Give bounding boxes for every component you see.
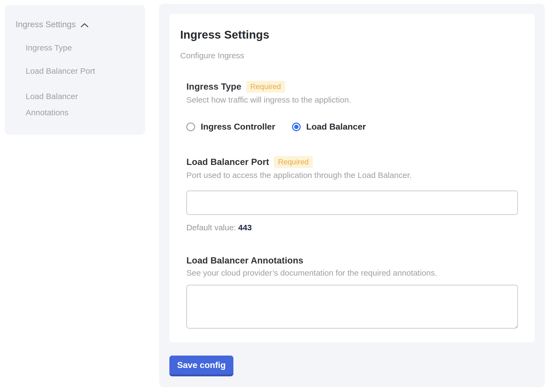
- default-value-label: Default value:: [186, 223, 236, 232]
- load-balancer-port-input[interactable]: [186, 191, 518, 215]
- page-subtitle: Configure Ingress: [180, 51, 518, 60]
- lb-annotations-heading: Load Balancer Annotations: [186, 255, 303, 266]
- ingress-type-description: Select how traffic will ingress to the a…: [186, 95, 518, 104]
- radio-selected-icon[interactable]: [292, 123, 301, 131]
- chevron-up-icon[interactable]: [81, 23, 89, 28]
- ingress-type-heading: Ingress Type: [186, 82, 242, 92]
- default-value-number: 443: [238, 223, 252, 232]
- sidebar-item-load-balancer-port[interactable]: Load Balancer Port: [16, 65, 113, 77]
- radio-label: Load Balancer: [306, 122, 366, 132]
- lb-port-heading: Load Balancer Port: [186, 157, 269, 167]
- sidebar-item-ingress-type[interactable]: Ingress Type: [16, 42, 113, 54]
- section-load-balancer-annotations: Load Balancer Annotations See your cloud…: [186, 255, 518, 329]
- lb-annotations-description: See your cloud provider’s documentation …: [186, 268, 518, 278]
- sidebar-section-ingress-settings[interactable]: Ingress Settings: [16, 19, 134, 30]
- lb-port-description: Port used to access the application thro…: [186, 171, 518, 180]
- radio-label: Ingress Controller: [201, 122, 275, 132]
- section-ingress-type: Ingress Type Required Select how traffic…: [186, 81, 518, 132]
- radio-option-load-balancer[interactable]: Load Balancer: [292, 122, 366, 132]
- required-badge: Required: [274, 156, 313, 168]
- settings-nav-sidebar: Ingress Settings Ingress Type Load Balan…: [5, 5, 145, 135]
- ingress-type-radio-group: Ingress Controller Load Balancer: [186, 122, 518, 132]
- required-badge: Required: [246, 81, 285, 93]
- load-balancer-annotations-textarea[interactable]: [186, 285, 518, 329]
- page-title: Ingress Settings: [180, 28, 518, 41]
- save-config-button[interactable]: Save config: [169, 356, 233, 376]
- section-load-balancer-port: Load Balancer Port Required Port used to…: [186, 156, 518, 232]
- ingress-settings-card: Ingress Settings Configure Ingress Ingre…: [169, 14, 535, 342]
- radio-option-ingress-controller[interactable]: Ingress Controller: [186, 122, 275, 132]
- sidebar-section-label: Ingress Settings: [16, 19, 76, 30]
- sidebar-item-load-balancer-annotations[interactable]: Load Balancer Annotations: [16, 88, 113, 121]
- default-value-row: Default value: 443: [186, 223, 518, 232]
- main-panel: Ingress Settings Configure Ingress Ingre…: [159, 4, 545, 387]
- radio-unselected-icon[interactable]: [186, 123, 195, 131]
